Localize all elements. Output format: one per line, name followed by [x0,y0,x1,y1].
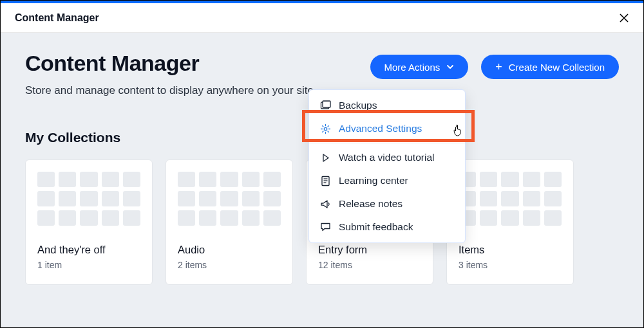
chevron-down-icon [446,63,454,71]
doc-icon [319,175,331,187]
collection-title: And they're off [37,244,140,256]
collection-thumbnail [37,172,140,226]
collection-item-count: 1 item [37,260,140,270]
collection-card[interactable]: And they're off 1 item [25,159,153,285]
collection-thumbnail [459,172,562,226]
collection-title: Entry form [318,244,421,256]
collection-title: Items [459,244,562,256]
page-subtitle: Store and manage content to display anyw… [25,82,317,99]
menu-item-label: Backups [339,100,377,111]
play-icon [319,152,331,163]
collection-item-count: 3 items [459,260,562,270]
chat-icon [319,221,331,233]
topbar: Content Manager [1,3,643,33]
plus-icon: + [495,61,502,73]
menu-item-submit-feedback[interactable]: Submit feedback [309,215,465,239]
menu-item-release-notes[interactable]: Release notes [309,192,465,215]
create-new-collection-button[interactable]: + Create New Collection [481,55,619,79]
more-actions-label: More Actions [384,62,440,73]
megaphone-icon [319,198,331,210]
menu-item-label: Watch a video tutorial [339,152,434,163]
svg-rect-1 [323,101,330,107]
menu-item-advanced-settings[interactable]: Advanced Settings [309,117,465,140]
topbar-title: Content Manager [15,12,99,24]
menu-item-watch-video[interactable]: Watch a video tutorial [309,146,465,169]
collection-title: Audio [178,244,281,256]
menu-item-learning-center[interactable]: Learning center [309,169,465,192]
more-actions-button[interactable]: More Actions [370,55,469,79]
menu-item-label: Release notes [339,198,402,210]
collection-card[interactable]: Audio 2 items [166,159,293,285]
close-icon[interactable] [619,13,629,23]
create-new-label: Create New Collection [509,62,605,73]
collection-item-count: 2 items [178,260,281,270]
collection-item-count: 12 items [318,260,421,270]
menu-item-label: Submit feedback [339,221,413,233]
menu-separator [309,143,465,143]
menu-item-label: Learning center [339,175,408,187]
gear-icon [319,123,331,134]
menu-item-label: Advanced Settings [339,123,422,134]
page-title: Content Manager [25,51,317,76]
backups-icon [319,100,331,111]
svg-point-2 [324,127,327,130]
more-actions-menu: Backups Advanced Settings Watch a video … [308,89,466,243]
menu-item-backups[interactable]: Backups [309,94,465,117]
collection-thumbnail [178,172,281,226]
